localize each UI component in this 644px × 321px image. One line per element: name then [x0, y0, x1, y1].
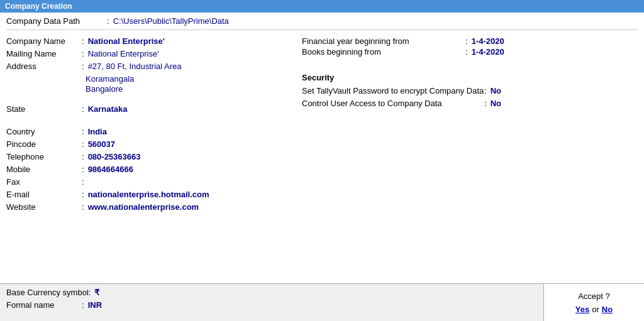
base-currency-value: ₹	[94, 288, 99, 297]
two-col-layout: Company Name : National Enterprise' Mail…	[6, 36, 638, 215]
base-currency-row: Base Currency symbol : ₹	[6, 288, 537, 299]
formal-name-label: Formal name	[6, 300, 82, 310]
mailing-name-row: Mailing Name : National Enterprise'	[6, 49, 289, 60]
fax-label: Fax	[6, 177, 82, 187]
tallyvault-row: Set TallyVault Password to encrypt Compa…	[302, 85, 638, 96]
company-name-value: National Enterprise'	[88, 36, 165, 46]
address-line1: #27, 80 Ft, Industrial Area	[88, 62, 182, 71]
data-path-label: Company Data Path	[6, 16, 107, 26]
mailing-name-label: Mailing Name	[6, 49, 82, 58]
title-bar: Company Creation	[0, 0, 644, 13]
mobile-label: Mobile	[6, 165, 82, 174]
left-column: Company Name : National Enterprise' Mail…	[6, 36, 296, 215]
telephone-value: 080-25363663	[88, 152, 141, 161]
control-access-label: Control User Access to Company Data	[302, 99, 484, 108]
mobile-row: Mobile : 9864664666	[6, 165, 289, 176]
state-row: State : Karnataka	[6, 104, 289, 116]
books-beginning-value: 1-4-2020	[472, 47, 504, 57]
title-text: Company Creation	[5, 2, 72, 11]
books-beginning-row: Books beginning from : 1-4-2020	[302, 47, 638, 57]
control-access-value: No	[491, 99, 501, 108]
address-row: Address : #27, 80 Ft, Industrial Area	[6, 62, 289, 73]
main-content: Company Data Path : C:\Users\Public\Tall…	[0, 13, 644, 321]
telephone-row: Telephone : 080-25363663	[6, 152, 289, 163]
state-value: Karnataka	[88, 104, 128, 114]
email-row: E-mail : nationalenterprise.hotmail.com	[6, 190, 289, 201]
books-beginning-label: Books beginning from	[302, 47, 465, 57]
top-section: Company Data Path : C:\Users\Public\Tall…	[0, 13, 644, 283]
email-value: nationalenterprise.hotmail.com	[88, 190, 209, 199]
formal-name-row: Formal name : INR	[6, 300, 537, 312]
right-column: Financial year beginning from : 1-4-2020…	[296, 36, 638, 215]
website-label: Website	[6, 202, 82, 212]
tallyvault-label: Set TallyVault Password to encrypt Compa…	[302, 86, 484, 95]
website-value: www.nationalenterprise.com	[88, 202, 199, 212]
bottom-left: Base Currency symbol : ₹ Formal name : I…	[0, 284, 543, 321]
base-currency-label: Base Currency symbol	[6, 288, 89, 297]
country-label: Country	[6, 127, 82, 136]
yes-button[interactable]: Yes	[575, 305, 589, 314]
data-path-value: C:\Users\Public\TallyPrime\Data	[113, 16, 229, 26]
mailing-name-value: National Enterprise'	[88, 49, 159, 58]
financial-year-value: 1-4-2020	[472, 36, 504, 46]
accept-dialog: Accept ? Yes or No	[543, 284, 644, 321]
formal-name-value: INR	[88, 300, 102, 310]
pincode-row: Pincode : 560037	[6, 139, 289, 151]
telephone-label: Telephone	[6, 152, 82, 161]
address-line2: Koramangala	[86, 74, 289, 84]
control-access-row: Control User Access to Company Data : No	[302, 97, 638, 109]
website-row: Website : www.nationalenterprise.com	[6, 202, 289, 214]
bottom-bar: Base Currency symbol : ₹ Formal name : I…	[0, 283, 644, 321]
company-name-row: Company Name : National Enterprise'	[6, 36, 289, 48]
state-label: State	[6, 104, 82, 114]
data-path-row: Company Data Path : C:\Users\Public\Tall…	[6, 16, 638, 30]
address-extra-lines: Koramangala Bangalore	[86, 74, 289, 94]
country-row: Country : India	[6, 127, 289, 138]
or-label: or	[592, 305, 599, 314]
pincode-label: Pincode	[6, 139, 82, 149]
country-value: India	[88, 127, 107, 136]
accept-buttons-group: Yes or No	[575, 305, 613, 314]
security-heading: Security	[302, 73, 638, 82]
address-line3: Bangalore	[86, 84, 289, 94]
no-button[interactable]: No	[602, 305, 613, 314]
tallyvault-value: No	[491, 86, 501, 95]
financial-year-label: Financial year beginning from	[302, 36, 465, 46]
company-name-label: Company Name	[6, 36, 82, 46]
email-label: E-mail	[6, 190, 82, 199]
address-label: Address	[6, 62, 82, 71]
data-path-colon: :	[107, 16, 109, 26]
pincode-value: 560037	[88, 139, 115, 149]
accept-heading: Accept ?	[578, 291, 610, 301]
mobile-value: 9864664666	[88, 165, 133, 174]
financial-year-row: Financial year beginning from : 1-4-2020	[302, 36, 638, 46]
fax-row: Fax :	[6, 177, 289, 188]
